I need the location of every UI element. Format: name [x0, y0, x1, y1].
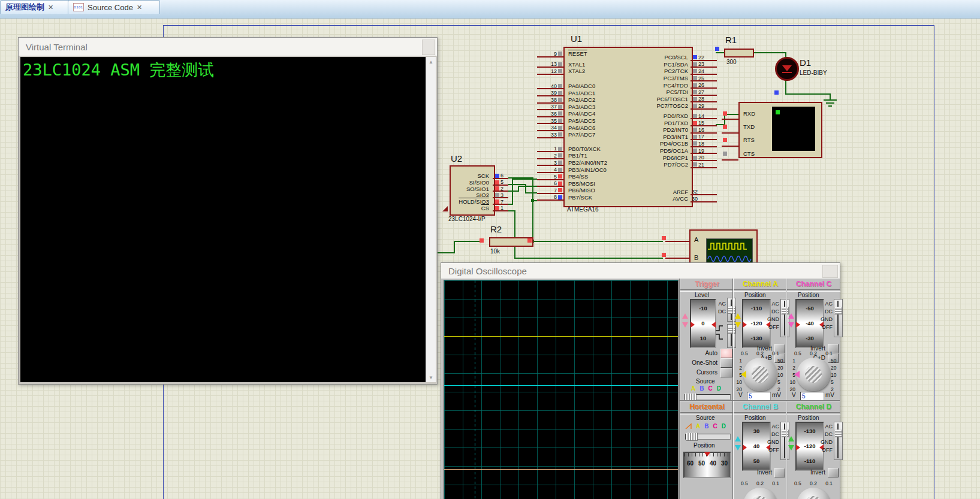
channel-d-volts-div-knob[interactable] [797, 488, 830, 499]
component-value: 10k [490, 248, 500, 255]
horizontal-position-dial[interactable]: 60504030 [683, 452, 731, 478]
o-scope-window[interactable]: Digital Oscilloscope Trigger Level -1001… [441, 262, 840, 499]
channel-a-position-slider[interactable]: -110-120-130 [742, 299, 771, 348]
position-arrows[interactable] [735, 436, 741, 450]
pin: 6 [537, 180, 563, 187]
window-button[interactable] [422, 40, 435, 55]
cursors-label: Cursors [680, 369, 717, 376]
channel-d-position-slider[interactable]: -130-120-110 [795, 422, 824, 471]
wire [454, 241, 455, 253]
u1-left-pin-numbers: 9 1312 4039383736353433 12345678 [537, 50, 563, 201]
position-arrows[interactable] [788, 313, 794, 328]
coupling-labels: ACDCGNDOFF [767, 423, 779, 454]
channel-c-position-slider[interactable]: -50-40-30 [795, 299, 824, 348]
component-ref: U2 [451, 153, 462, 164]
position-arrows[interactable] [735, 313, 741, 328]
panel-title: Horizontal [680, 403, 734, 411]
channel-c-panel: Channel C Position -50-40-30 ACDCGNDOFF … [786, 279, 840, 401]
pin: 22 [690, 54, 717, 61]
u1-right-pin-names: PC0/SCLPC1/SDAPC2/TCKPC3/TMSPC4/TDOPC5/T… [607, 54, 688, 202]
logic-state-square [774, 90, 779, 95]
o-scope-display [444, 280, 679, 499]
window-button[interactable] [822, 265, 838, 278]
trigger-source-slider[interactable] [684, 394, 731, 400]
logic-state-square [662, 236, 666, 240]
pin: 23 [690, 61, 717, 68]
one-shot-button[interactable] [720, 358, 732, 368]
o-scope-body: Trigger Level -10010 ACDC Auto One-Shot … [441, 279, 840, 499]
u2-pin-numbers: 652371 [493, 173, 508, 211]
component-value: 23LC1024-I/P [448, 216, 486, 222]
wire [514, 210, 515, 259]
pin: 18 [690, 140, 717, 147]
pin: 30 [690, 195, 717, 202]
horizontal-source-letters[interactable]: ABCD [696, 423, 726, 430]
scroll-down-icon[interactable]: ▼ [426, 373, 436, 382]
source-label: Source [696, 378, 715, 385]
invert-button[interactable] [774, 468, 785, 477]
terminal-scrollbar[interactable]: ▲ ▼ [426, 57, 436, 382]
pin [722, 147, 738, 160]
net-marker [442, 206, 448, 211]
tab-source-code[interactable]: 0101 Source Code ✕ [68, 0, 160, 14]
component-d1-led[interactable] [775, 57, 799, 81]
ramp-icon [685, 423, 693, 430]
pin: 3 [537, 159, 563, 167]
auto-button[interactable] [720, 349, 732, 358]
wire [454, 241, 483, 242]
junction-dot [531, 199, 534, 202]
knob-scale: 50201052 [831, 358, 838, 392]
horizontal-source-slider[interactable] [685, 434, 731, 440]
channel-b-position-slider[interactable]: 304050 [742, 422, 771, 471]
o-scope-titlebar[interactable]: Digital Oscilloscope [441, 263, 840, 279]
pin: 9 [537, 50, 563, 58]
virtual-terminal-titlebar[interactable]: Virtual Terminal [19, 38, 437, 56]
pin: 36 [537, 110, 563, 117]
panel-title: Channel B [734, 403, 787, 411]
virtual-terminal-window[interactable]: Virtual Terminal 23LC1024 ASM 完整测试 ▲ ▼ [18, 37, 438, 385]
channel-c-volts-div-knob[interactable] [797, 358, 830, 391]
tab-label: 原理图绘制 [5, 2, 44, 13]
pin: 3 [493, 192, 508, 198]
pin: 16 [690, 126, 717, 134]
pin: 32 [690, 189, 717, 196]
component-ref: R2 [490, 224, 502, 234]
position-label: Position [798, 292, 819, 298]
trigger-level-slider[interactable]: -10010 [690, 299, 716, 348]
pin: 7 [493, 198, 508, 205]
scroll-up-icon[interactable]: ▲ [426, 57, 436, 66]
coupling-labels: ACDCGNDOFF [767, 300, 779, 331]
channel-c-volts-per-div-input[interactable] [800, 392, 824, 401]
trigger-source-letters[interactable]: ABCD [691, 385, 721, 392]
pin: 25 [690, 75, 717, 82]
channel-a-volts-per-div-input[interactable] [747, 392, 771, 401]
channel-b-volts-div-knob[interactable] [743, 488, 777, 499]
position-arrows[interactable] [788, 436, 794, 450]
cursors-button[interactable] [720, 368, 732, 377]
trigger-panel: Trigger Level -10010 ACDC Auto One-Shot … [680, 279, 734, 401]
trigger-cursor[interactable] [475, 280, 475, 499]
invert-button[interactable] [828, 468, 839, 477]
position-label: Position [693, 442, 715, 449]
trace-channel-a [444, 336, 678, 337]
pin: 13 [537, 61, 563, 68]
pin: 21 [690, 161, 717, 168]
pin: 29 [690, 102, 717, 110]
trace-channel-b [444, 385, 678, 386]
level-arrows[interactable] [682, 313, 688, 328]
channel-d-coupling-toggle[interactable] [834, 422, 843, 460]
component-r2[interactable] [489, 237, 533, 247]
terminal-pin-names: RXDTXDRTSCTS [743, 107, 764, 161]
channel-a-volts-div-knob[interactable] [743, 358, 777, 391]
channel-c-coupling-toggle[interactable] [834, 299, 843, 337]
virtual-terminal-screen: 23LC1024 ASM 完整测试 [20, 57, 426, 382]
panel-title: Channel C [787, 280, 840, 288]
close-icon[interactable]: ✕ [137, 4, 142, 11]
ground-symbol [824, 99, 837, 101]
close-icon[interactable]: ✕ [48, 4, 53, 11]
pin: 35 [537, 117, 563, 125]
tab-schematic-capture[interactable]: 原理图绘制 ✕ [0, 0, 73, 14]
pin: 7 [537, 187, 563, 194]
pin: 26 [690, 81, 717, 89]
component-r1[interactable] [724, 49, 754, 58]
